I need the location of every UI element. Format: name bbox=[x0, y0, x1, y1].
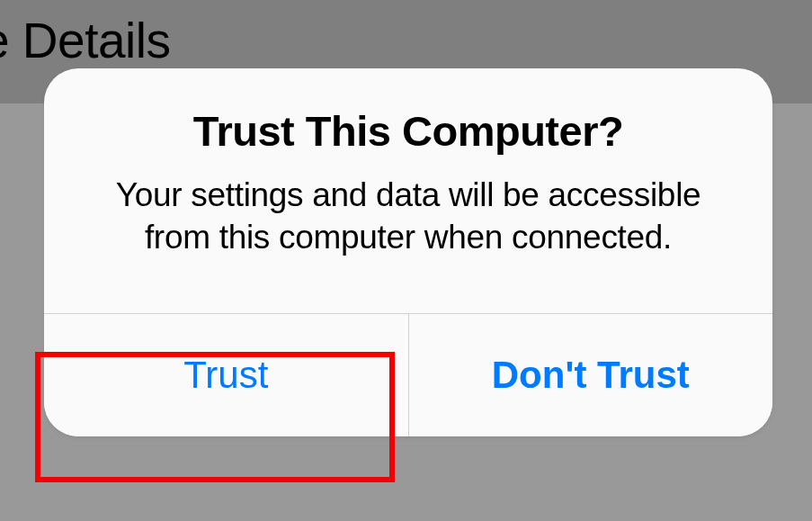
dont-trust-button[interactable]: Don't Trust bbox=[409, 314, 773, 436]
alert-title: Trust This Computer? bbox=[98, 106, 718, 156]
alert-message: Your settings and data will be accessibl… bbox=[98, 174, 718, 259]
background-page-title: e Details bbox=[0, 12, 170, 69]
dont-trust-button-label: Don't Trust bbox=[492, 354, 690, 397]
trust-computer-alert: Trust This Computer? Your settings and d… bbox=[44, 68, 772, 436]
trust-button-label: Trust bbox=[183, 354, 268, 397]
trust-button[interactable]: Trust bbox=[44, 314, 409, 436]
alert-content: Trust This Computer? Your settings and d… bbox=[44, 68, 772, 313]
alert-button-row: Trust Don't Trust bbox=[44, 313, 772, 436]
